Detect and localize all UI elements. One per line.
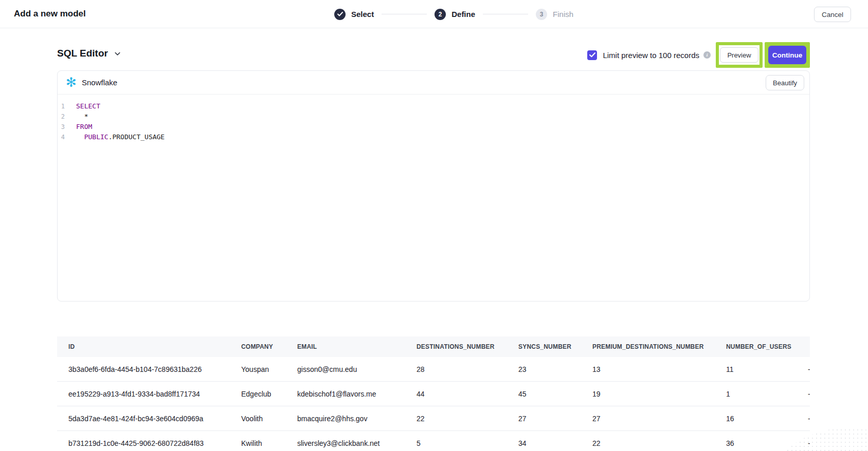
table-row: b731219d-1c0e-4425-9062-680722d84f83 Kwi… xyxy=(57,431,810,451)
cell-destinations-number: 44 xyxy=(417,390,518,398)
cell-company: Edgeclub xyxy=(241,390,297,398)
sql-text: .PRODUCT_USAGE xyxy=(109,133,165,141)
page-title: Add a new model xyxy=(14,9,86,19)
step-finish: 3 Finish xyxy=(536,9,573,20)
column-header-syncs-number: SYNCS_NUMBER xyxy=(518,343,592,350)
source-name: Snowflake xyxy=(82,78,117,87)
step-finish-label: Finish xyxy=(553,10,573,18)
line-number: 4 xyxy=(58,132,65,142)
preview-results-table: ID COMPANY EMAIL DESTINATIONS_NUMBER SYN… xyxy=(57,336,810,451)
snowflake-icon: ✻ xyxy=(66,76,77,89)
table-row: 3b3a0ef6-6fda-4454-b104-7c89631ba226 You… xyxy=(57,357,810,382)
sql-keyword: SELECT xyxy=(76,102,100,110)
cell-email: kdebischof1@flavors.me xyxy=(297,390,417,398)
highlight-box-preview: Preview xyxy=(716,42,763,68)
editor-card-header: ✻ Snowflake Beautify xyxy=(58,71,809,95)
cell-premium-destinations-number: 27 xyxy=(592,415,726,423)
cell-email: gisson0@cmu.edu xyxy=(297,365,417,373)
limit-preview-group: Limit preview to 100 records i xyxy=(587,50,711,60)
sql-editor-card: ✻ Snowflake Beautify 1 SELECT 2 * 3 FROM… xyxy=(57,70,810,302)
cancel-button[interactable]: Cancel xyxy=(814,7,851,22)
cell-id: 3b3a0ef6-6fda-4454-b104-7c89631ba226 xyxy=(68,365,241,373)
editor-type-dropdown[interactable]: SQL Editor xyxy=(57,48,121,59)
step-select-label: Select xyxy=(351,10,374,18)
editor-type-value: SQL Editor xyxy=(57,48,108,59)
table-row: ee195229-a913-4fd1-9334-bad8ff171734 Edg… xyxy=(57,382,810,406)
cell-email: bmacquire2@hhs.gov xyxy=(297,415,417,423)
cell-number-of-users: 16 xyxy=(726,415,808,423)
cell-clipped: - xyxy=(808,439,810,447)
cell-id: 5da3d7ae-4e81-424f-bc94-3e604cd0969a xyxy=(68,415,241,423)
info-icon[interactable]: i xyxy=(703,51,711,59)
code-line: 1 SELECT xyxy=(58,101,809,111)
step-define-label: Define xyxy=(451,10,475,18)
cell-premium-destinations-number: 19 xyxy=(592,390,726,398)
table-header-row: ID COMPANY EMAIL DESTINATIONS_NUMBER SYN… xyxy=(57,336,810,357)
column-header-number-of-users: NUMBER_OF_USERS xyxy=(726,343,808,350)
cell-number-of-users: 11 xyxy=(726,365,808,373)
cell-syncs-number: 34 xyxy=(518,439,592,447)
cell-number-of-users: 1 xyxy=(726,390,808,398)
cell-clipped: - xyxy=(808,365,810,373)
preview-button[interactable]: Preview xyxy=(720,47,758,63)
cell-company: Voolith xyxy=(241,415,297,423)
limit-preview-label: Limit preview to 100 records xyxy=(603,51,699,60)
table-row: 5da3d7ae-4e81-424f-bc94-3e604cd0969a Voo… xyxy=(57,406,810,431)
step-select-check-icon xyxy=(334,9,346,20)
toolbar-right-controls: Limit preview to 100 records i Preview C… xyxy=(587,42,810,68)
wizard-stepper: Select 2 Define 3 Finish xyxy=(334,0,573,28)
cell-syncs-number: 45 xyxy=(518,390,592,398)
column-header-id: ID xyxy=(68,343,241,350)
sql-keyword: PUBLIC xyxy=(76,133,109,141)
cell-premium-destinations-number: 13 xyxy=(592,365,726,373)
line-number: 3 xyxy=(58,122,65,132)
limit-preview-checkbox[interactable] xyxy=(587,50,597,60)
step-define-number: 2 xyxy=(435,9,446,20)
cell-clipped: - xyxy=(808,415,810,423)
step-define: 2 Define xyxy=(435,9,475,20)
column-header-premium-destinations-number: PREMIUM_DESTINATIONS_NUMBER xyxy=(592,343,726,350)
highlight-box-continue: Continue xyxy=(765,42,810,68)
step-connector xyxy=(483,14,528,14)
cell-id: b731219d-1c0e-4425-9062-680722d84f83 xyxy=(68,439,241,447)
code-line: 3 FROM xyxy=(58,122,809,132)
step-connector xyxy=(382,14,427,14)
column-header-email: EMAIL xyxy=(297,343,417,350)
step-finish-number: 3 xyxy=(536,9,547,20)
line-number: 2 xyxy=(58,111,65,122)
code-line: 4 PUBLIC.PRODUCT_USAGE xyxy=(58,132,809,142)
top-bar: Add a new model Select 2 Define 3 Finish… xyxy=(0,0,868,28)
code-line: 2 * xyxy=(58,111,809,122)
cell-destinations-number: 5 xyxy=(417,439,518,447)
cell-number-of-users: 36 xyxy=(726,439,808,447)
sql-text: * xyxy=(76,112,88,120)
cell-email: sliversley3@clickbank.net xyxy=(297,439,417,447)
editor-toolbar: SQL Editor Limit preview to 100 records … xyxy=(57,42,810,68)
cell-clipped: - xyxy=(808,390,810,398)
sql-keyword: FROM xyxy=(76,123,92,130)
cell-destinations-number: 28 xyxy=(417,365,518,373)
continue-button[interactable]: Continue xyxy=(768,46,806,64)
cell-company: Kwilith xyxy=(241,439,297,447)
cell-id: ee195229-a913-4fd1-9334-bad8ff171734 xyxy=(68,390,241,398)
column-header-destinations-number: DESTINATIONS_NUMBER xyxy=(417,343,518,350)
chevron-down-icon xyxy=(114,50,121,58)
column-header-company: COMPANY xyxy=(241,343,297,350)
beautify-button[interactable]: Beautify xyxy=(766,75,804,90)
step-select[interactable]: Select xyxy=(334,9,374,20)
cell-company: Youspan xyxy=(241,365,297,373)
cell-syncs-number: 23 xyxy=(518,365,592,373)
add-model-page: Add a new model Select 2 Define 3 Finish… xyxy=(0,0,868,451)
sql-code-editor[interactable]: 1 SELECT 2 * 3 FROM 4 PUBLIC.PRODUCT_USA… xyxy=(58,95,809,142)
cell-premium-destinations-number: 22 xyxy=(592,439,726,447)
cell-destinations-number: 22 xyxy=(417,415,518,423)
cell-syncs-number: 27 xyxy=(518,415,592,423)
line-number: 1 xyxy=(58,101,65,111)
